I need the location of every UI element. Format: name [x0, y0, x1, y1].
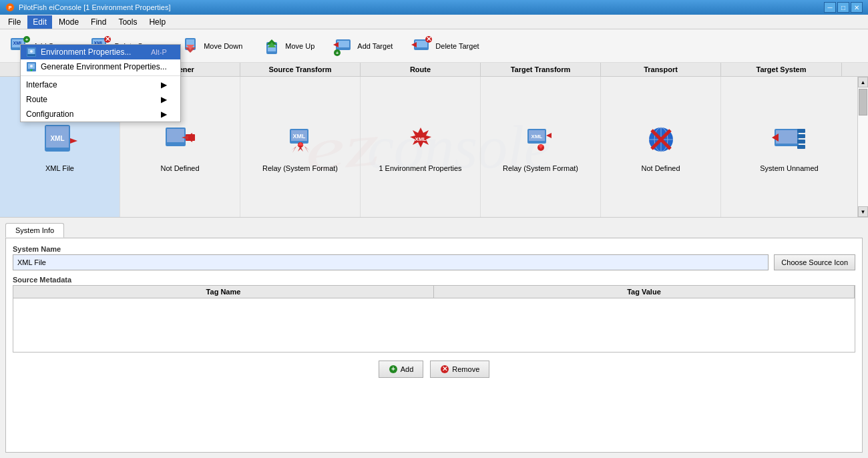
svg-rect-72 [776, 130, 797, 144]
menu-tools[interactable]: Tools [113, 15, 142, 29]
source-transform-cell[interactable]: XML Relay (System Format) [240, 77, 361, 217]
route-icon: XML [403, 122, 438, 159]
transport-cell[interactable]: Not Defined [601, 77, 721, 217]
menu-mode[interactable]: Mode [53, 15, 84, 29]
menu-gen-env-properties[interactable]: Generate Environment Properties... [21, 59, 180, 74]
close-button[interactable]: ✕ [851, 2, 863, 13]
title-text: P PilotFish eiConsole [1 Environment Pro… [5, 3, 170, 12]
metadata-body [13, 298, 855, 352]
svg-text:✕: ✕ [442, 365, 447, 373]
svg-marker-53 [291, 146, 296, 153]
svg-marker-43 [70, 138, 77, 144]
svg-text:+: + [391, 365, 395, 373]
target-system-label: System Unnamed [760, 164, 818, 172]
remove-button[interactable]: ✕ Remove [430, 361, 489, 378]
tag-value-col: Tag Value [434, 286, 855, 298]
svg-rect-45 [167, 129, 184, 142]
svg-text:XML: XML [292, 133, 306, 140]
svg-rect-31 [337, 41, 349, 47]
submenu-arrow-interface: ▶ [161, 80, 167, 89]
maximize-button[interactable]: □ [837, 2, 849, 13]
svg-marker-54 [304, 146, 310, 153]
transport-icon [644, 122, 678, 159]
add-target-icon: + [333, 35, 355, 57]
svg-text:XML: XML [50, 135, 64, 142]
scroll-thumb[interactable] [859, 89, 867, 116]
system-name-row: Choose Source Icon [13, 254, 855, 270]
move-up-icon [261, 35, 282, 57]
gen-env-icon [26, 61, 37, 72]
source-transform-label: Relay (System Format) [262, 164, 338, 172]
metadata-header: Tag Name Tag Value [13, 286, 855, 298]
menu-find[interactable]: Find [85, 15, 112, 29]
edit-dropdown-menu: Environment Properties... Alt-P Generate… [20, 44, 181, 122]
scrollbar-placeholder [841, 63, 852, 76]
svg-marker-62 [546, 133, 552, 138]
source-transform-col-header: Source Transform [240, 63, 361, 76]
vertical-scrollbar[interactable]: ▲ ▼ [857, 77, 868, 217]
menu-env-properties[interactable]: Environment Properties... Alt-P [21, 45, 180, 59]
minimize-button[interactable]: ─ [824, 2, 836, 13]
listener-icon [163, 122, 198, 159]
add-target-button[interactable]: + Add Target [329, 33, 397, 59]
submenu-arrow-configuration: ▶ [161, 109, 167, 119]
move-down-icon [180, 35, 201, 57]
metadata-table: Tag Name Tag Value [13, 285, 855, 353]
add-button[interactable]: + Add [379, 361, 424, 378]
menu-route[interactable]: Route ▶ [21, 92, 180, 107]
delete-target-button[interactable]: ✕ Delete Target [407, 33, 483, 59]
app-icon: P [5, 3, 15, 12]
svg-rect-76 [797, 140, 805, 144]
target-transform-cell[interactable]: XML Relay (System Format) [481, 77, 601, 217]
svg-point-8 [30, 65, 33, 67]
xml-file-icon: XML [43, 122, 77, 159]
tag-name-col: Tag Name [13, 286, 434, 298]
system-name-input[interactable] [13, 254, 769, 270]
svg-rect-4 [27, 54, 35, 56]
transport-label: Not Defined [641, 164, 680, 172]
action-row: + Add ✕ Remove [13, 358, 855, 378]
menu-bar: File Edit Mode Find Tools Help Environme… [0, 15, 868, 29]
target-transform-label: Relay (System Format) [503, 164, 578, 172]
add-icon: + [389, 365, 398, 374]
route-label: 1 Environment Properties [379, 164, 461, 172]
title-bar: P PilotFish eiConsole [1 Environment Pro… [0, 0, 868, 15]
target-system-icon [772, 122, 807, 159]
move-down-button[interactable]: Move Down [176, 33, 246, 59]
choose-source-icon-button[interactable]: Choose Source Icon [774, 254, 855, 270]
menu-help[interactable]: Help [144, 15, 171, 29]
svg-text:✕: ✕ [426, 35, 431, 43]
listener-label: Not Defined [160, 164, 199, 172]
target-transform-icon: XML [523, 122, 558, 159]
svg-text:✕: ✕ [105, 35, 110, 43]
bottom-panel: System Info System Name Choose Source Ic… [0, 218, 868, 458]
scroll-down-button[interactable]: ▼ [858, 206, 868, 217]
route-col-header: Route [361, 63, 481, 76]
source-metadata-label: Source Metadata [13, 276, 855, 284]
form-panel: System Name Choose Source Icon Source Me… [5, 238, 863, 453]
target-system-cell[interactable]: System Unnamed [721, 77, 857, 217]
svg-rect-75 [797, 134, 805, 138]
system-name-section: System Name Choose Source Icon [13, 245, 855, 270]
target-transform-col-header: Target Transform [481, 63, 601, 76]
svg-text:+: + [25, 37, 29, 43]
source-metadata-section: Source Metadata Tag Name Tag Value [13, 276, 855, 353]
delete-target-icon: ✕ [411, 35, 433, 57]
svg-text:+: + [336, 50, 339, 56]
tab-bar: System Info [5, 223, 863, 238]
menu-interface[interactable]: Interface ▶ [21, 77, 180, 92]
menu-configuration[interactable]: Configuration ▶ [21, 107, 180, 122]
svg-text:P: P [9, 5, 12, 10]
menu-edit[interactable]: Edit [27, 15, 52, 29]
transport-col-header: Transport [601, 63, 721, 76]
move-up-button[interactable]: Move Up [257, 33, 318, 59]
menu-file[interactable]: File [3, 15, 26, 29]
submenu-arrow-route: ▶ [161, 95, 167, 104]
route-cell[interactable]: XML 1 Environment Properties [361, 77, 481, 217]
scroll-track [858, 87, 868, 206]
svg-rect-74 [797, 129, 805, 133]
tab-system-info[interactable]: System Info [5, 223, 64, 238]
window-controls: ─ □ ✕ [824, 2, 863, 13]
scroll-up-button[interactable]: ▲ [858, 77, 868, 87]
svg-rect-77 [797, 145, 805, 149]
